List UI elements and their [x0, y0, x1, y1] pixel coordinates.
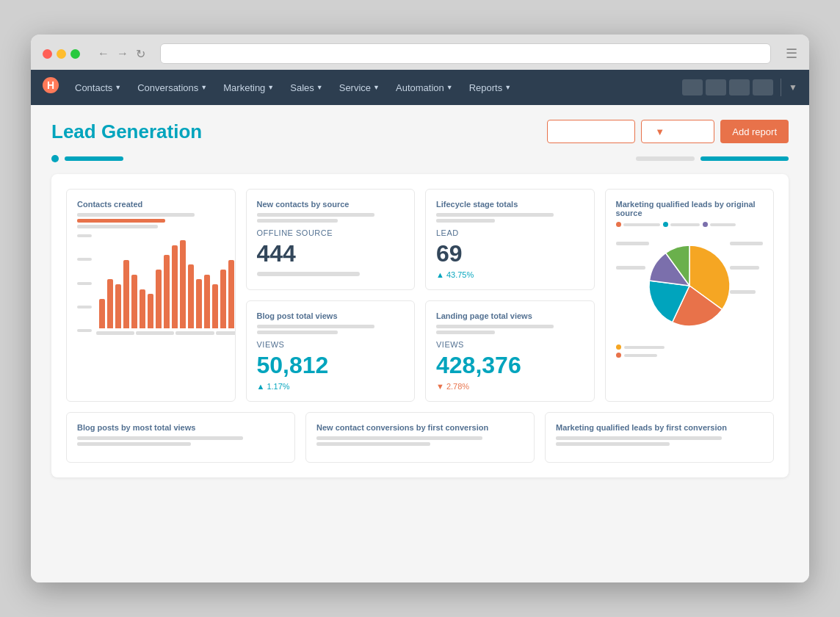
new-contacts-bottom-bar: [257, 272, 360, 276]
bar-item: [188, 264, 194, 328]
blog-up-arrow-icon: ▲: [257, 382, 265, 391]
dashboard: Contacts created: [51, 174, 789, 477]
bottom-card-1-title: Blog posts by most total views: [77, 423, 284, 432]
bar-item: [115, 284, 121, 328]
nav-chevron[interactable]: ▼: [789, 82, 797, 93]
page-header: Lead Generation ▼ Add report: [51, 120, 789, 143]
back-icon[interactable]: ←: [98, 47, 109, 60]
filter-button[interactable]: ▼: [641, 120, 714, 143]
chart-x-labels: [96, 331, 236, 335]
lifecycle-card: Lifecycle stage totals LEAD 69 ▲ 43.75%: [425, 189, 595, 290]
mql-dot-purple: [703, 222, 708, 227]
blog-views-bars: [257, 325, 405, 334]
blog-views-metric-label: VIEWS: [257, 340, 405, 349]
close-button[interactable]: [43, 49, 52, 59]
blog-views-title: Blog post total views: [257, 311, 405, 320]
pie-chart-area: [616, 234, 764, 337]
bottom-card-3-title: Marketing qualified leads by first conve…: [556, 423, 763, 432]
y-label-5: [77, 329, 92, 332]
nav-icon-btn-4[interactable]: [753, 79, 773, 95]
x-label-2: [136, 331, 174, 335]
bar-item: [228, 260, 234, 328]
x-label-3: [175, 331, 214, 335]
bar-item: [148, 294, 153, 328]
blog-views-value: 50,812: [257, 352, 405, 379]
new-contacts-title: New contacts by source: [257, 200, 405, 209]
bar-item: [131, 275, 137, 328]
nav-reports[interactable]: Reports▼: [462, 78, 518, 98]
maximize-button[interactable]: [70, 49, 80, 59]
lifecycle-change: ▲ 43.75%: [436, 270, 584, 279]
nav-marketing[interactable]: Marketing▼: [216, 78, 281, 98]
mql-bar-3: [710, 223, 736, 226]
bc1-bars: [77, 436, 284, 446]
mql-title: Marketing qualified leads by original so…: [616, 200, 764, 217]
nav-automation[interactable]: Automation▼: [388, 78, 460, 98]
nav-service[interactable]: Service▼: [332, 78, 387, 98]
pie-bl-bar-1: [624, 346, 665, 349]
mql-dot-1: [616, 222, 660, 227]
progress-bar-right-gray: [636, 156, 695, 161]
bc3-bar-2: [556, 442, 670, 446]
menu-icon[interactable]: ☰: [786, 46, 797, 62]
date-range-button[interactable]: [547, 120, 635, 143]
lc-bar-2: [436, 219, 495, 223]
nav-conversations[interactable]: Conversations▼: [130, 78, 214, 98]
nav-icon-btn-2[interactable]: [706, 79, 726, 95]
nav-items: Contacts▼ Conversations▼ Marketing▼ Sale…: [68, 78, 682, 98]
bar-item: [99, 299, 105, 328]
bar-item: [140, 289, 145, 328]
nc-bar-2: [257, 219, 338, 223]
minimize-button[interactable]: [57, 49, 66, 59]
address-bar[interactable]: [160, 43, 771, 64]
nav-right: ▼: [682, 79, 797, 96]
add-report-button[interactable]: Add report: [720, 120, 789, 143]
pie-label-bar-4: [730, 266, 759, 270]
pie-bottom-labels: [616, 344, 764, 358]
pie-dot-yellow: [616, 344, 621, 350]
content-area: Lead Generation ▼ Add report: [31, 105, 809, 582]
nc-bar-1: [257, 213, 374, 217]
bar-item: [172, 245, 178, 328]
mql-legend-dots: [616, 222, 764, 227]
bottom-card-2-title: New contact conversions by first convers…: [316, 423, 524, 432]
nav-icon-btn-1[interactable]: [682, 79, 703, 95]
card-bar-2: [77, 225, 158, 228]
landing-views-value: 428,376: [436, 352, 584, 379]
y-labels: [77, 234, 96, 335]
landing-views-card: Landing page total views VIEWS 428,376 ▼…: [425, 300, 595, 402]
cards-grid: Contacts created: [66, 189, 774, 402]
lifecycle-title: Lifecycle stage totals: [436, 200, 584, 209]
hubspot-logo: H: [43, 77, 59, 98]
progress-bar-active: [65, 156, 123, 161]
refresh-icon[interactable]: ↻: [136, 47, 145, 61]
bc2-bar-2: [316, 442, 430, 446]
nav-sales[interactable]: Sales▼: [283, 78, 330, 98]
landing-views-metric-label: VIEWS: [436, 340, 584, 349]
landing-views-change-value: 2.78%: [446, 382, 469, 391]
bc2-bar-1: [316, 436, 482, 440]
bar-item: [212, 284, 218, 328]
pie-label-bar-5: [730, 290, 756, 294]
blog-views-change-value: 1.17%: [267, 382, 289, 391]
nav-icon-btn-3[interactable]: [729, 79, 750, 95]
lifecycle-metric-label: LEAD: [436, 228, 584, 237]
lv-bar-2: [436, 331, 495, 334]
bar-item: [204, 275, 210, 328]
contacts-top-bars: [77, 213, 225, 228]
browser-controls: ← → ↻: [98, 47, 145, 61]
down-arrow-icon: ▼: [436, 382, 444, 391]
landing-views-title: Landing page total views: [436, 311, 584, 320]
forward-icon[interactable]: →: [117, 47, 128, 60]
pie-label-bar-1: [616, 242, 649, 245]
blog-views-change: ▲ 1.17%: [257, 382, 405, 391]
bc3-bars: [556, 436, 763, 446]
pie-bl-bar-2: [624, 354, 657, 357]
landing-views-change: ▼ 2.78%: [436, 382, 584, 391]
nav-contacts[interactable]: Contacts▼: [68, 78, 128, 98]
progress-dot: [51, 155, 59, 162]
contacts-created-card: Contacts created: [66, 189, 236, 402]
mql-bar-1: [623, 223, 660, 226]
contacts-created-title: Contacts created: [77, 200, 225, 209]
mql-dot-teal: [663, 222, 668, 227]
